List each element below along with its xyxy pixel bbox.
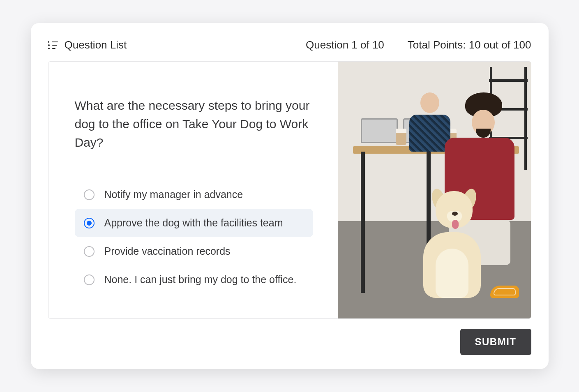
- question-list-toggle[interactable]: Question List: [48, 39, 127, 51]
- header-divider: [396, 39, 396, 51]
- submit-button[interactable]: SUBMIT: [460, 329, 531, 355]
- option-3[interactable]: None. I can just bring my dog to the off…: [75, 265, 313, 294]
- question-image: [338, 62, 531, 318]
- office-dog-illustration: [338, 62, 531, 318]
- quiz-footer: SUBMIT: [48, 329, 531, 355]
- option-2[interactable]: Provide vaccination records: [75, 237, 313, 265]
- quiz-card: Question List Question 1 of 10 Total Poi…: [31, 23, 549, 369]
- radio-icon: [84, 189, 95, 200]
- question-pane: What are the necessary steps to bring yo…: [48, 62, 338, 318]
- radio-icon: [84, 274, 95, 285]
- question-progress: Question 1 of 10: [306, 39, 384, 51]
- radio-icon: [84, 218, 95, 228]
- question-text: What are the necessary steps to bring yo…: [75, 96, 313, 152]
- option-label: Provide vaccination records: [104, 245, 231, 257]
- total-points: Total Points: 10 out of 100: [408, 39, 531, 51]
- question-list-label: Question List: [65, 39, 127, 51]
- option-label: Notify my manager in advance: [104, 189, 243, 201]
- option-label: None. I can just bring my dog to the off…: [104, 274, 297, 286]
- radio-icon: [84, 246, 95, 257]
- option-0[interactable]: Notify my manager in advance: [75, 180, 313, 209]
- options-group: Notify my manager in advance Approve the…: [75, 180, 313, 294]
- header-status: Question 1 of 10 Total Points: 10 out of…: [306, 39, 531, 51]
- option-label: Approve the dog with the facilities team: [104, 217, 283, 229]
- quiz-header: Question List Question 1 of 10 Total Poi…: [48, 39, 531, 51]
- quiz-content: What are the necessary steps to bring yo…: [48, 61, 531, 319]
- option-1[interactable]: Approve the dog with the facilities team: [75, 209, 313, 237]
- list-icon: [48, 41, 58, 49]
